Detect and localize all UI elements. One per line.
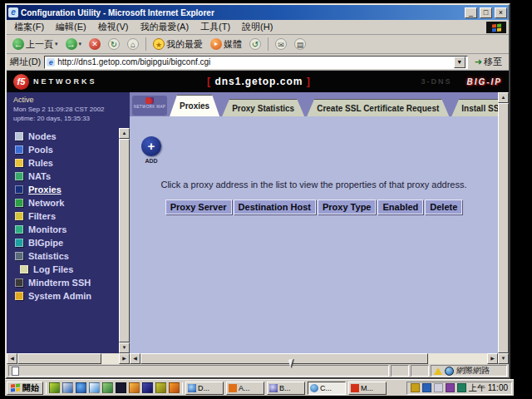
forward-button[interactable]: → ▾: [63, 37, 85, 51]
minimize-button[interactable]: _: [465, 7, 477, 18]
print-button[interactable]: ▤: [292, 37, 308, 51]
column-delete[interactable]: Delete: [425, 200, 462, 214]
tray-icon[interactable]: [422, 383, 431, 392]
scrollbar-thumb[interactable]: [17, 353, 101, 364]
column-destination-host[interactable]: Destination Host: [234, 200, 316, 214]
task-button-1[interactable]: D...: [185, 382, 224, 395]
scroll-down-icon[interactable]: ▼: [498, 353, 509, 364]
task-button-2[interactable]: A...: [226, 382, 264, 395]
product-3dns-text: 3-DNS: [421, 77, 451, 86]
tray-icon[interactable]: [434, 383, 443, 392]
quick-launch-icon[interactable]: [169, 382, 180, 393]
task-icon: [351, 384, 359, 392]
forward-dropdown-icon[interactable]: ▾: [79, 41, 82, 47]
network-map-button[interactable]: NETWORK MAP: [132, 96, 167, 116]
tray-icon[interactable]: [457, 383, 466, 392]
go-button[interactable]: ➜ 移至: [471, 56, 505, 68]
title-bar[interactable]: e Configuration Utility - Microsoft Inte…: [7, 5, 509, 20]
proxies-content: + ADD Click a proxy address in the list …: [130, 116, 498, 353]
media-button[interactable]: ▸ 媒體: [208, 37, 244, 52]
sidebar-item-bigpipe[interactable]: BIGpipe: [7, 236, 119, 249]
menu-tools[interactable]: 工具(T): [195, 20, 236, 34]
sidebar-item-rules[interactable]: Rules: [7, 156, 119, 170]
sidebar-item-log-files[interactable]: Log Files: [7, 263, 119, 276]
sidebar-item-system-admin[interactable]: System Admin: [7, 289, 119, 303]
taskbar: 開始 D... A... B... C... M... 上午 11:00: [5, 379, 514, 396]
favorites-button[interactable]: ★ 我的最愛: [150, 37, 205, 52]
sidebar-item-network[interactable]: Network: [7, 196, 119, 209]
main-horizontal-scrollbar[interactable]: ◀ ▶: [130, 353, 498, 364]
tab-create-ssl-certificate-request[interactable]: Create SSL Certificate Request: [307, 99, 449, 116]
sidebar-item-nodes[interactable]: Nodes: [7, 130, 119, 143]
maximize-button[interactable]: □: [480, 7, 492, 18]
tray-icon[interactable]: [446, 383, 455, 392]
menu-favorites[interactable]: 我的最愛(A): [134, 20, 195, 34]
task-icon: [310, 384, 318, 392]
sidebar-item-monitors[interactable]: Monitors: [7, 223, 119, 236]
scroll-left-icon[interactable]: ◀: [7, 353, 17, 364]
menu-view[interactable]: 檢視(V): [92, 20, 135, 34]
sidebar-item-nats[interactable]: NATs: [7, 170, 119, 183]
add-proxy-button[interactable]: +: [141, 136, 161, 156]
quick-launch-icon[interactable]: [76, 382, 86, 393]
home-button[interactable]: ⌂: [125, 37, 141, 51]
task-button-configuration-utility[interactable]: C...: [308, 382, 346, 395]
menu-help[interactable]: 說明(H): [236, 20, 278, 34]
scroll-up-icon[interactable]: ▲: [498, 92, 509, 103]
tab-install-ssl-certificate[interactable]: Install SSL Certifi: [451, 99, 498, 116]
sidebar-horizontal-scrollbar[interactable]: ◀ ▶: [7, 353, 130, 364]
quick-launch-icon[interactable]: [49, 382, 60, 393]
stop-button[interactable]: ✕: [86, 37, 103, 51]
column-enabled[interactable]: Enabled: [377, 200, 423, 214]
task-button-5[interactable]: M...: [348, 382, 387, 395]
sidebar-item-mindterm-ssh[interactable]: Mindterm SSH: [7, 276, 119, 289]
quick-launch-icon[interactable]: [116, 382, 126, 393]
sidebar-item-filters[interactable]: Filters: [7, 209, 119, 223]
start-button[interactable]: 開始: [7, 382, 43, 395]
start-windows-icon: [11, 383, 20, 392]
back-dropdown-icon[interactable]: ▾: [55, 41, 58, 47]
tab-proxy-statistics[interactable]: Proxy Statistics: [222, 99, 304, 116]
sidebar-item-statistics[interactable]: Statistics: [7, 249, 119, 263]
url-dropdown-icon[interactable]: ▼: [454, 57, 466, 68]
scrollbar-track[interactable]: [101, 353, 119, 364]
quick-launch-icon[interactable]: [142, 382, 153, 393]
f5-brand-text: NETWORKS: [33, 77, 97, 86]
sidebar-item-pools[interactable]: Pools: [7, 143, 119, 156]
quick-launch-icon[interactable]: [102, 382, 113, 393]
tray-icon[interactable]: [411, 383, 420, 392]
refresh-button[interactable]: ↻: [106, 37, 122, 51]
scrollbar-thumb[interactable]: [119, 139, 130, 342]
mail-button[interactable]: ✉: [273, 37, 289, 51]
start-label: 開始: [22, 382, 39, 394]
statistics-icon: [15, 252, 23, 260]
main-frame: NETWORK MAP Proxies Proxy Statistics Cre…: [130, 92, 509, 364]
column-proxy-server[interactable]: Proxy Server: [165, 200, 232, 214]
scrollbar-thumb[interactable]: [498, 103, 509, 353]
quick-launch-icon[interactable]: [155, 382, 166, 393]
scroll-up-icon[interactable]: ▲: [119, 128, 130, 139]
scroll-right-icon[interactable]: ▶: [119, 353, 130, 364]
scroll-right-icon[interactable]: ▶: [487, 353, 498, 364]
scrollbar-thumb[interactable]: [140, 353, 428, 364]
column-proxy-type[interactable]: Proxy Type: [318, 200, 377, 214]
quick-launch-icon[interactable]: [89, 382, 100, 393]
url-input[interactable]: [57, 57, 451, 66]
quick-launch-icon[interactable]: [62, 382, 73, 393]
sidebar-vertical-scrollbar[interactable]: ▲ ▼: [119, 128, 130, 353]
scroll-left-icon[interactable]: ◀: [130, 353, 140, 364]
menu-edit[interactable]: 編輯(E): [50, 20, 92, 34]
history-button[interactable]: ↺: [247, 37, 264, 51]
tab-proxies[interactable]: Proxies: [170, 95, 219, 116]
close-button[interactable]: ×: [495, 7, 507, 18]
url-box: e ▼: [44, 56, 468, 69]
menu-file[interactable]: 檔案(F): [8, 20, 50, 34]
main-vertical-scrollbar[interactable]: ▲ ▼: [498, 92, 509, 364]
scroll-down-icon[interactable]: ▼: [119, 342, 130, 353]
sidebar-item-proxies[interactable]: Proxies: [7, 183, 119, 196]
quick-launch-icon[interactable]: [129, 382, 140, 393]
task-button-3[interactable]: B...: [267, 382, 305, 395]
scrollbar-track[interactable]: [428, 353, 487, 364]
proxies-icon: [15, 185, 23, 194]
back-button[interactable]: ← 上一頁 ▾: [10, 37, 61, 52]
